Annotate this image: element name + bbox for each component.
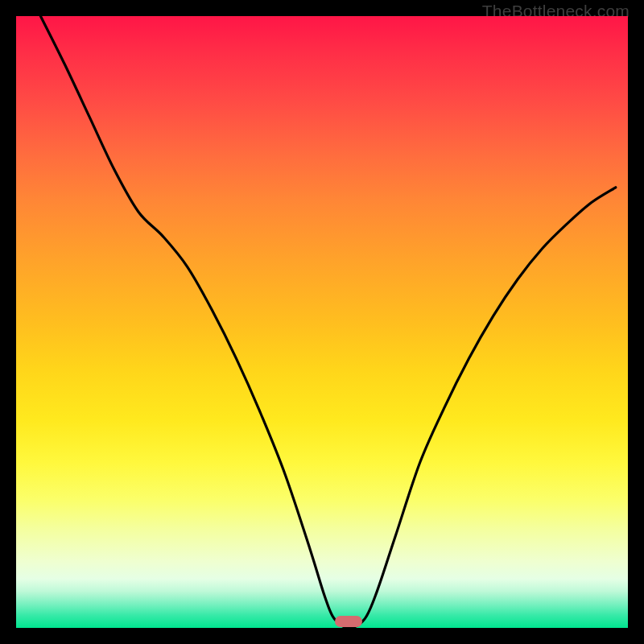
chart-frame: TheBottleneck.com <box>0 0 644 644</box>
curve-svg <box>16 16 628 628</box>
bottleneck-curve <box>40 16 615 628</box>
plot-area <box>16 16 628 628</box>
optimal-point-marker <box>335 616 362 627</box>
